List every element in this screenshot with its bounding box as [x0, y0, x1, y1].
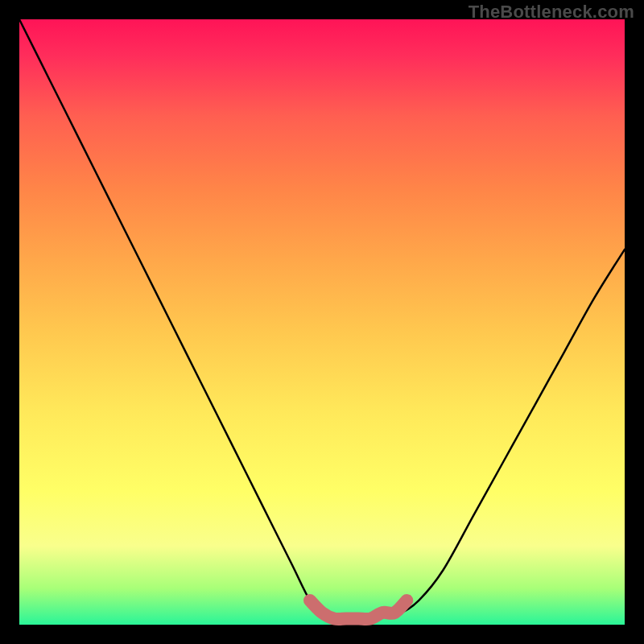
bottleneck-curve [19, 19, 625, 619]
chart-frame: TheBottleneck.com [0, 0, 644, 644]
bottleneck-curve-svg [19, 19, 625, 625]
trough-highlight [310, 601, 407, 619]
